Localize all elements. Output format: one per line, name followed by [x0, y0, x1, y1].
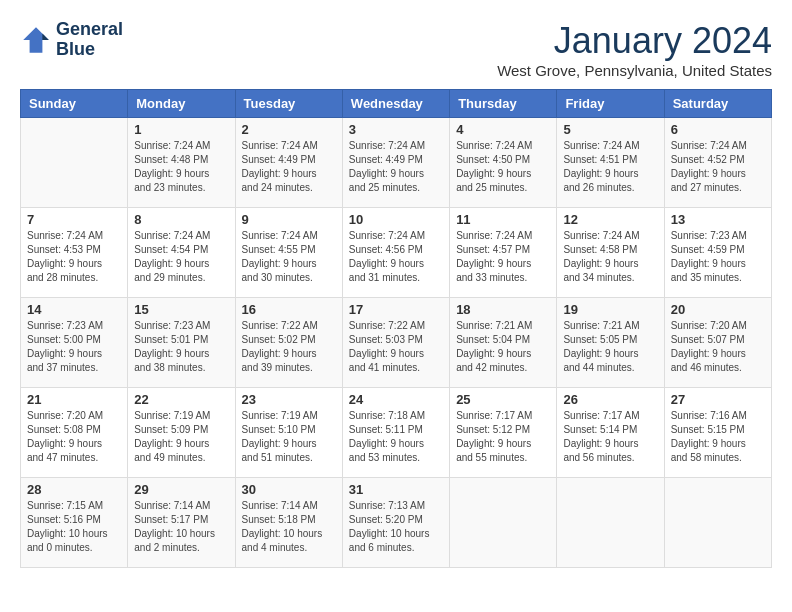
day-header-sunday: Sunday: [21, 90, 128, 118]
cell-content: Sunrise: 7:23 AMSunset: 5:00 PMDaylight:…: [27, 319, 121, 375]
day-number: 20: [671, 302, 765, 317]
cell-content: Sunrise: 7:24 AMSunset: 4:48 PMDaylight:…: [134, 139, 228, 195]
day-number: 17: [349, 302, 443, 317]
day-number: 31: [349, 482, 443, 497]
day-number: 12: [563, 212, 657, 227]
cell-content: Sunrise: 7:17 AMSunset: 5:12 PMDaylight:…: [456, 409, 550, 465]
calendar-table: SundayMondayTuesdayWednesdayThursdayFrid…: [20, 89, 772, 568]
cell-content: Sunrise: 7:21 AMSunset: 5:04 PMDaylight:…: [456, 319, 550, 375]
calendar-header-row: SundayMondayTuesdayWednesdayThursdayFrid…: [21, 90, 772, 118]
cell-content: Sunrise: 7:19 AMSunset: 5:09 PMDaylight:…: [134, 409, 228, 465]
logo: General Blue: [20, 20, 123, 60]
day-number: 23: [242, 392, 336, 407]
cell-content: Sunrise: 7:19 AMSunset: 5:10 PMDaylight:…: [242, 409, 336, 465]
calendar-cell: [21, 118, 128, 208]
cell-content: Sunrise: 7:21 AMSunset: 5:05 PMDaylight:…: [563, 319, 657, 375]
cell-content: Sunrise: 7:24 AMSunset: 4:54 PMDaylight:…: [134, 229, 228, 285]
calendar-cell: 5Sunrise: 7:24 AMSunset: 4:51 PMDaylight…: [557, 118, 664, 208]
cell-content: Sunrise: 7:24 AMSunset: 4:50 PMDaylight:…: [456, 139, 550, 195]
day-number: 2: [242, 122, 336, 137]
day-number: 4: [456, 122, 550, 137]
location-subtitle: West Grove, Pennsylvania, United States: [497, 62, 772, 79]
calendar-week-row: 14Sunrise: 7:23 AMSunset: 5:00 PMDayligh…: [21, 298, 772, 388]
calendar-cell: [664, 478, 771, 568]
day-number: 27: [671, 392, 765, 407]
cell-content: Sunrise: 7:20 AMSunset: 5:07 PMDaylight:…: [671, 319, 765, 375]
cell-content: Sunrise: 7:24 AMSunset: 4:58 PMDaylight:…: [563, 229, 657, 285]
cell-content: Sunrise: 7:23 AMSunset: 5:01 PMDaylight:…: [134, 319, 228, 375]
calendar-cell: 13Sunrise: 7:23 AMSunset: 4:59 PMDayligh…: [664, 208, 771, 298]
calendar-cell: 14Sunrise: 7:23 AMSunset: 5:00 PMDayligh…: [21, 298, 128, 388]
calendar-cell: 30Sunrise: 7:14 AMSunset: 5:18 PMDayligh…: [235, 478, 342, 568]
calendar-cell: 7Sunrise: 7:24 AMSunset: 4:53 PMDaylight…: [21, 208, 128, 298]
calendar-cell: 4Sunrise: 7:24 AMSunset: 4:50 PMDaylight…: [450, 118, 557, 208]
cell-content: Sunrise: 7:18 AMSunset: 5:11 PMDaylight:…: [349, 409, 443, 465]
calendar-cell: [450, 478, 557, 568]
cell-content: Sunrise: 7:13 AMSunset: 5:20 PMDaylight:…: [349, 499, 443, 555]
day-number: 24: [349, 392, 443, 407]
calendar-cell: 20Sunrise: 7:20 AMSunset: 5:07 PMDayligh…: [664, 298, 771, 388]
cell-content: Sunrise: 7:24 AMSunset: 4:49 PMDaylight:…: [242, 139, 336, 195]
day-number: 6: [671, 122, 765, 137]
cell-content: Sunrise: 7:24 AMSunset: 4:49 PMDaylight:…: [349, 139, 443, 195]
calendar-cell: 2Sunrise: 7:24 AMSunset: 4:49 PMDaylight…: [235, 118, 342, 208]
logo-icon: [20, 24, 52, 56]
day-number: 5: [563, 122, 657, 137]
calendar-cell: 3Sunrise: 7:24 AMSunset: 4:49 PMDaylight…: [342, 118, 449, 208]
calendar-cell: 28Sunrise: 7:15 AMSunset: 5:16 PMDayligh…: [21, 478, 128, 568]
cell-content: Sunrise: 7:24 AMSunset: 4:51 PMDaylight:…: [563, 139, 657, 195]
cell-content: Sunrise: 7:14 AMSunset: 5:18 PMDaylight:…: [242, 499, 336, 555]
day-number: 21: [27, 392, 121, 407]
calendar-cell: 29Sunrise: 7:14 AMSunset: 5:17 PMDayligh…: [128, 478, 235, 568]
day-number: 22: [134, 392, 228, 407]
month-title: January 2024: [497, 20, 772, 62]
day-number: 18: [456, 302, 550, 317]
day-number: 28: [27, 482, 121, 497]
day-number: 30: [242, 482, 336, 497]
cell-content: Sunrise: 7:22 AMSunset: 5:03 PMDaylight:…: [349, 319, 443, 375]
calendar-cell: 18Sunrise: 7:21 AMSunset: 5:04 PMDayligh…: [450, 298, 557, 388]
day-number: 9: [242, 212, 336, 227]
calendar-cell: 23Sunrise: 7:19 AMSunset: 5:10 PMDayligh…: [235, 388, 342, 478]
day-number: 19: [563, 302, 657, 317]
cell-content: Sunrise: 7:20 AMSunset: 5:08 PMDaylight:…: [27, 409, 121, 465]
calendar-cell: 25Sunrise: 7:17 AMSunset: 5:12 PMDayligh…: [450, 388, 557, 478]
calendar-cell: 6Sunrise: 7:24 AMSunset: 4:52 PMDaylight…: [664, 118, 771, 208]
day-number: 29: [134, 482, 228, 497]
calendar-week-row: 21Sunrise: 7:20 AMSunset: 5:08 PMDayligh…: [21, 388, 772, 478]
svg-marker-1: [42, 33, 48, 39]
day-number: 10: [349, 212, 443, 227]
calendar-cell: 10Sunrise: 7:24 AMSunset: 4:56 PMDayligh…: [342, 208, 449, 298]
calendar-cell: 8Sunrise: 7:24 AMSunset: 4:54 PMDaylight…: [128, 208, 235, 298]
calendar-cell: 31Sunrise: 7:13 AMSunset: 5:20 PMDayligh…: [342, 478, 449, 568]
calendar-cell: 27Sunrise: 7:16 AMSunset: 5:15 PMDayligh…: [664, 388, 771, 478]
cell-content: Sunrise: 7:22 AMSunset: 5:02 PMDaylight:…: [242, 319, 336, 375]
cell-content: Sunrise: 7:24 AMSunset: 4:52 PMDaylight:…: [671, 139, 765, 195]
calendar-week-row: 7Sunrise: 7:24 AMSunset: 4:53 PMDaylight…: [21, 208, 772, 298]
day-number: 13: [671, 212, 765, 227]
day-header-thursday: Thursday: [450, 90, 557, 118]
title-section: January 2024 West Grove, Pennsylvania, U…: [497, 20, 772, 79]
page-header: General Blue January 2024 West Grove, Pe…: [20, 20, 772, 79]
calendar-cell: 11Sunrise: 7:24 AMSunset: 4:57 PMDayligh…: [450, 208, 557, 298]
calendar-cell: 22Sunrise: 7:19 AMSunset: 5:09 PMDayligh…: [128, 388, 235, 478]
calendar-cell: 15Sunrise: 7:23 AMSunset: 5:01 PMDayligh…: [128, 298, 235, 388]
day-number: 25: [456, 392, 550, 407]
day-number: 15: [134, 302, 228, 317]
calendar-cell: 12Sunrise: 7:24 AMSunset: 4:58 PMDayligh…: [557, 208, 664, 298]
calendar-cell: 19Sunrise: 7:21 AMSunset: 5:05 PMDayligh…: [557, 298, 664, 388]
day-number: 14: [27, 302, 121, 317]
calendar-cell: 24Sunrise: 7:18 AMSunset: 5:11 PMDayligh…: [342, 388, 449, 478]
calendar-cell: 16Sunrise: 7:22 AMSunset: 5:02 PMDayligh…: [235, 298, 342, 388]
day-header-tuesday: Tuesday: [235, 90, 342, 118]
cell-content: Sunrise: 7:16 AMSunset: 5:15 PMDaylight:…: [671, 409, 765, 465]
cell-content: Sunrise: 7:15 AMSunset: 5:16 PMDaylight:…: [27, 499, 121, 555]
cell-content: Sunrise: 7:24 AMSunset: 4:57 PMDaylight:…: [456, 229, 550, 285]
day-number: 3: [349, 122, 443, 137]
day-header-saturday: Saturday: [664, 90, 771, 118]
day-number: 8: [134, 212, 228, 227]
day-number: 16: [242, 302, 336, 317]
logo-text: General Blue: [56, 20, 123, 60]
calendar-cell: 17Sunrise: 7:22 AMSunset: 5:03 PMDayligh…: [342, 298, 449, 388]
day-number: 7: [27, 212, 121, 227]
